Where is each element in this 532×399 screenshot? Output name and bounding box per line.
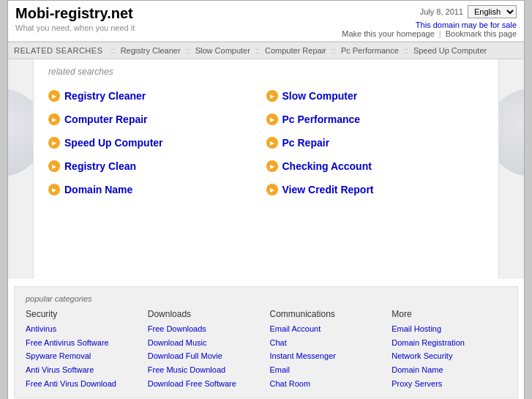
related-searches-bar: RELATED SEARCHES :: Registry Cleaner :: …	[8, 42, 524, 59]
popular-title: popular categories	[26, 294, 506, 303]
cat-link[interactable]: Free Music Download	[148, 363, 263, 377]
right-circle-deco	[498, 89, 524, 176]
cat-link[interactable]: Proxy Servers	[391, 377, 506, 391]
cat-link[interactable]: Domain Registration	[391, 336, 506, 350]
right-decoration	[498, 59, 524, 279]
cat-link[interactable]: Free Antivirus Software	[26, 336, 141, 350]
list-item: Computer Repair	[48, 108, 266, 131]
date-text: July 8, 2011	[420, 7, 463, 16]
arrow-icon	[266, 113, 278, 125]
make-homepage-link[interactable]: Make this your homepage	[342, 29, 435, 38]
cat-link[interactable]: Download Free Software	[148, 377, 263, 391]
main-window: Mobi-registry.net What you need, when yo…	[7, 0, 525, 399]
header-links: Make this your homepage | Bookmark this …	[342, 29, 517, 38]
related-bar-link-0[interactable]: Registry Cleaner	[121, 46, 181, 55]
cat-link[interactable]: Instant Messenger	[270, 349, 385, 363]
cat-link[interactable]: Network Security	[391, 349, 506, 363]
search-link-speed-up[interactable]: Speed Up Computer	[64, 137, 163, 149]
list-item: Pc Repair	[266, 131, 484, 154]
list-item: Checking Account	[266, 154, 484, 178]
list-item: View Credit Report	[266, 178, 484, 201]
list-item: Registry Clean	[48, 154, 266, 178]
cat-link[interactable]: Email Hosting	[391, 322, 506, 336]
related-bar-link-3[interactable]: Pc Performance	[341, 46, 399, 55]
search-link-domain-name[interactable]: Domain Name	[64, 184, 132, 195]
site-tagline: What you need, when you need it	[15, 23, 135, 32]
cat-link[interactable]: Spyware Removal	[26, 349, 141, 363]
left-decoration	[8, 59, 34, 279]
arrow-icon	[266, 184, 278, 195]
list-item: Slow Computer	[266, 84, 484, 108]
cat-link[interactable]: Antivirus	[26, 322, 141, 336]
cat-link[interactable]: Email	[270, 363, 385, 377]
cat-link[interactable]: Free Downloads	[148, 322, 263, 336]
left-circle-deco	[8, 89, 34, 176]
search-links-grid: Registry Cleaner Slow Computer Computer …	[48, 84, 484, 201]
arrow-icon	[48, 113, 60, 125]
cat-link[interactable]: Free Anti Virus Download	[26, 377, 141, 391]
list-item: Domain Name	[48, 178, 266, 201]
search-link-checking-account[interactable]: Checking Account	[282, 160, 372, 172]
arrow-icon	[48, 137, 60, 149]
search-link-pc-repair[interactable]: Pc Repair	[282, 137, 330, 149]
cat-link[interactable]: Anti Virus Software	[26, 363, 141, 377]
arrow-icon	[48, 184, 60, 195]
site-title: Mobi-registry.net	[15, 5, 135, 22]
arrow-icon	[48, 160, 60, 172]
cat-link[interactable]: Chat Room	[270, 377, 385, 391]
search-link-computer-repair[interactable]: Computer Repair	[64, 113, 148, 125]
popular-categories: popular categories Security Antivirus Fr…	[14, 286, 518, 398]
search-link-registry-clean[interactable]: Registry Clean	[64, 160, 136, 172]
cat-header-communications: Communications	[270, 309, 385, 319]
categories-grid: Security Antivirus Free Antivirus Softwa…	[26, 309, 506, 390]
category-more: More Email Hosting Domain Registration N…	[391, 309, 506, 390]
search-link-pc-performance[interactable]: Pc Performance	[282, 113, 361, 125]
search-link-slow-computer[interactable]: Slow Computer	[282, 90, 358, 102]
bookmark-link[interactable]: Bookmark this page	[446, 29, 517, 38]
arrow-icon	[48, 90, 60, 102]
cat-link[interactable]: Domain Name	[391, 363, 506, 377]
cat-header-downloads: Downloads	[148, 309, 263, 319]
related-bar-link-1[interactable]: Slow Computer	[195, 46, 250, 55]
related-bar-link-2[interactable]: Computer Repair	[265, 46, 326, 55]
header: Mobi-registry.net What you need, when yo…	[8, 1, 524, 42]
cat-link[interactable]: Download Full Movie	[148, 349, 263, 363]
cat-header-more: More	[391, 309, 506, 319]
search-link-view-credit[interactable]: View Credit Report	[282, 184, 374, 195]
language-select[interactable]: English	[468, 5, 517, 18]
list-item: Pc Performance	[266, 108, 484, 131]
related-searches-title: related searches	[48, 67, 484, 77]
category-security: Security Antivirus Free Antivirus Softwa…	[26, 309, 141, 390]
category-communications: Communications Email Account Chat Instan…	[270, 309, 385, 390]
cat-link[interactable]: Email Account	[270, 322, 385, 336]
arrow-icon	[266, 90, 278, 102]
cat-link[interactable]: Download Music	[148, 336, 263, 350]
content-area: related searches Registry Cleaner Slow C…	[8, 59, 524, 279]
related-bar-link-4[interactable]: Speed Up Computer	[413, 46, 487, 55]
related-bar-label: RELATED SEARCHES	[14, 46, 103, 55]
sale-text: This domain may be for sale	[342, 20, 517, 29]
search-link-registry-cleaner[interactable]: Registry Cleaner	[64, 90, 146, 102]
arrow-icon	[266, 137, 278, 149]
cat-link[interactable]: Chat	[270, 336, 385, 350]
list-item: Speed Up Computer	[48, 131, 266, 154]
header-right: July 8, 2011 English This domain may be …	[342, 5, 517, 38]
site-branding: Mobi-registry.net What you need, when yo…	[15, 5, 135, 32]
arrow-icon	[266, 160, 278, 172]
list-item: Registry Cleaner	[48, 84, 266, 108]
category-downloads: Downloads Free Downloads Download Music …	[148, 309, 263, 390]
cat-header-security: Security	[26, 309, 141, 319]
center-content: related searches Registry Cleaner Slow C…	[34, 59, 498, 279]
